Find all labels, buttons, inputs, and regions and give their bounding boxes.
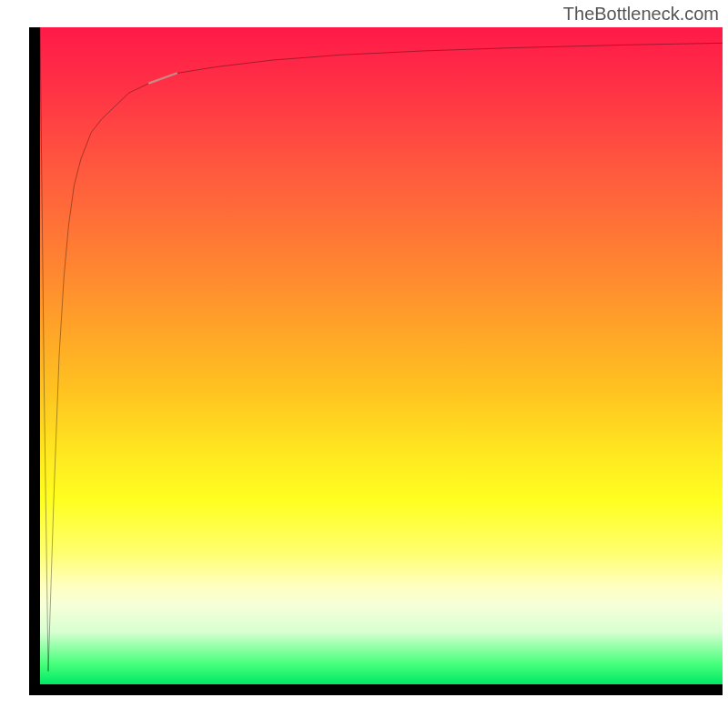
plot-area — [40, 27, 723, 684]
plot-frame — [29, 27, 723, 695]
attribution-text: TheBottleneck.com — [563, 4, 719, 25]
chart-curve — [40, 27, 723, 684]
curve-highlight-segment — [149, 74, 177, 84]
